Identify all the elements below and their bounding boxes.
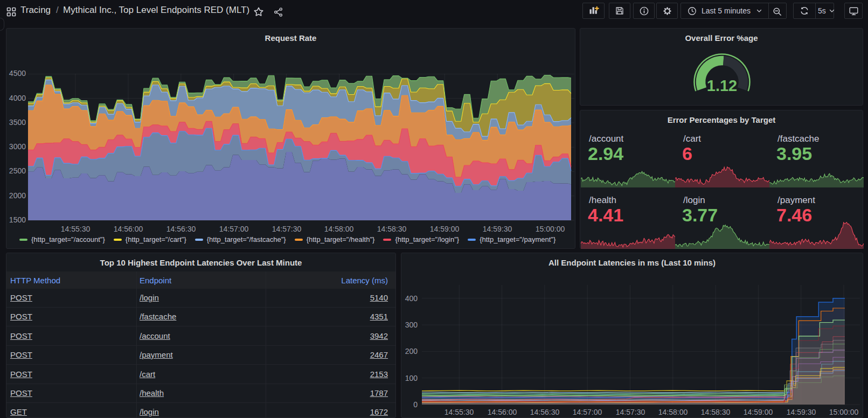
- svg-text:1.12: 1.12: [707, 77, 737, 94]
